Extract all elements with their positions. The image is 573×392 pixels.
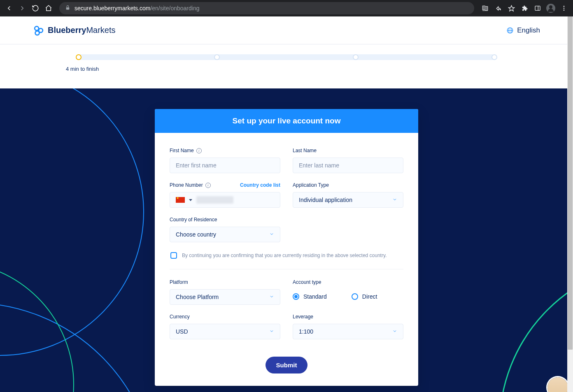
account-type-standard-radio[interactable]: Standard bbox=[293, 293, 327, 300]
translate-icon[interactable] bbox=[479, 2, 491, 14]
last-name-label: Last Name bbox=[293, 148, 403, 153]
forward-button[interactable] bbox=[16, 2, 28, 14]
phone-label: Phone Number i bbox=[170, 182, 211, 188]
scrollbar-thumb[interactable] bbox=[568, 16, 573, 350]
lock-icon bbox=[65, 5, 70, 12]
chevron-down-icon bbox=[269, 231, 274, 238]
leverage-label: Leverage bbox=[293, 314, 403, 320]
browser-chrome: secure.blueberrymarkets.com/en/site/onbo… bbox=[0, 0, 573, 16]
logo-icon bbox=[33, 25, 44, 36]
phone-number-value bbox=[196, 196, 233, 204]
svg-point-7 bbox=[35, 26, 39, 30]
language-label: English bbox=[517, 26, 540, 35]
chevron-down-icon bbox=[392, 328, 397, 335]
currency-label: Currency bbox=[170, 314, 280, 320]
home-button[interactable] bbox=[43, 2, 54, 14]
platform-select[interactable]: Choose Platform bbox=[170, 289, 280, 305]
svg-point-6 bbox=[564, 9, 565, 11]
back-button[interactable] bbox=[3, 2, 15, 14]
submit-button[interactable]: Submit bbox=[266, 357, 308, 373]
svg-marker-1 bbox=[508, 5, 514, 11]
reload-button[interactable] bbox=[30, 2, 41, 14]
svg-point-9 bbox=[35, 31, 40, 35]
step-dot-3 bbox=[353, 54, 359, 60]
chevron-down-icon bbox=[269, 328, 274, 335]
first-name-input[interactable] bbox=[170, 158, 280, 173]
country-code-list-link[interactable]: Country code list bbox=[240, 182, 280, 188]
country-select[interactable]: Choose country bbox=[170, 227, 280, 242]
scrollbar[interactable] bbox=[567, 16, 573, 392]
onboarding-card: Set up your live account now First Name … bbox=[155, 109, 418, 386]
platform-label: Platform bbox=[170, 279, 280, 285]
decor-arc bbox=[499, 261, 573, 392]
progress-label: 4 min to finish bbox=[66, 66, 499, 72]
country-label: Country of Residence bbox=[170, 217, 280, 223]
first-name-label: First Name i bbox=[170, 148, 280, 153]
extensions-icon[interactable] bbox=[519, 2, 530, 14]
application-type-label: Application Type bbox=[293, 182, 403, 188]
confirm-residence-checkbox[interactable] bbox=[170, 252, 177, 259]
globe-icon bbox=[506, 27, 514, 34]
svg-point-5 bbox=[564, 8, 565, 9]
chevron-down-icon bbox=[392, 197, 397, 203]
language-selector[interactable]: English bbox=[506, 26, 540, 35]
chevron-down-icon bbox=[269, 294, 274, 300]
share-icon[interactable] bbox=[492, 2, 504, 14]
svg-point-4 bbox=[564, 6, 565, 7]
info-icon[interactable]: i bbox=[205, 183, 211, 188]
step-dot-1 bbox=[76, 54, 82, 60]
bookmark-star-icon[interactable] bbox=[505, 2, 517, 14]
account-type-direct-radio[interactable]: Direct bbox=[352, 293, 377, 300]
leverage-select[interactable]: 1:100 bbox=[293, 324, 403, 339]
phone-input[interactable] bbox=[170, 192, 280, 208]
last-name-input[interactable] bbox=[293, 158, 403, 173]
step-dot-4 bbox=[491, 54, 497, 60]
card-title: Set up your live account now bbox=[155, 109, 418, 133]
side-panel-icon[interactable] bbox=[532, 2, 543, 14]
flag-china-icon bbox=[176, 197, 185, 203]
progress-steps: 4 min to finish bbox=[0, 44, 573, 88]
currency-select[interactable]: USD bbox=[170, 324, 280, 339]
profile-icon[interactable] bbox=[545, 2, 557, 14]
confirm-residence-text: By continuing you are confirming that yo… bbox=[182, 252, 387, 259]
menu-dots-icon[interactable] bbox=[558, 2, 570, 14]
url-text: secure.blueberrymarkets.com/en/site/onbo… bbox=[75, 5, 200, 12]
hero-section: Set up your live account now First Name … bbox=[0, 88, 573, 392]
info-icon[interactable]: i bbox=[196, 148, 202, 153]
account-type-label: Account type bbox=[293, 279, 403, 285]
site-header: BlueberryMarkets English bbox=[0, 16, 573, 44]
chevron-down-icon[interactable] bbox=[189, 199, 192, 201]
brand-text: BlueberryMarkets bbox=[48, 26, 116, 35]
brand-logo[interactable]: BlueberryMarkets bbox=[33, 25, 116, 36]
address-bar[interactable]: secure.blueberrymarkets.com/en/site/onbo… bbox=[59, 2, 474, 14]
svg-rect-2 bbox=[535, 6, 540, 11]
svg-rect-0 bbox=[66, 7, 70, 9]
step-dot-2 bbox=[214, 54, 220, 60]
application-type-select[interactable]: Individual application bbox=[293, 192, 403, 208]
